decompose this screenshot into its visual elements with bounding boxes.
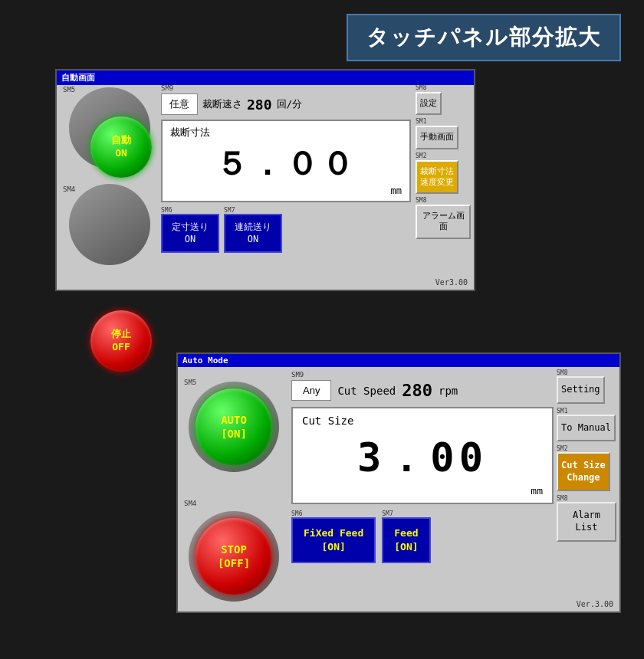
bottom-sm8-wrapper: SM8 Setting [557, 369, 616, 404]
top-sm4-label: SM4 [63, 185, 75, 193]
bottom-cut-size-label: Cut Size [302, 415, 543, 427]
bottom-sm9-label: SM9 [291, 371, 554, 379]
bottom-sm8b-wrapper: SM8 Alarm List [557, 495, 616, 541]
top-cut-size-label: 裁断寸法 [170, 126, 402, 139]
bottom-cont-feed-button[interactable]: Feed [ON] [382, 517, 430, 563]
top-sm7-wrapper: SM7 連続送り ON [224, 207, 282, 253]
bottom-sm2-wrapper: SM2 Cut SizeChange [557, 445, 616, 491]
top-stop-button[interactable]: 停止 OFF [90, 310, 152, 372]
top-auto-outer: 自動 ON [69, 87, 150, 169]
bottom-stop-outer: STOP [OFF] [189, 511, 279, 602]
top-sm7-label: SM7 [224, 207, 282, 214]
top-speed-unit: 回/分 [277, 97, 303, 111]
bottom-sm4-label: SM4 [184, 500, 196, 507]
bottom-sm6-label: SM6 [291, 510, 376, 517]
top-setting-button[interactable]: 設定 [416, 92, 442, 115]
bottom-right-sidebar: SM8 Setting SM1 To Manual SM2 Cut SizeCh… [557, 369, 616, 542]
top-cut-size-mm: mm [170, 185, 402, 196]
top-sm1-wrapper: SM1 手動画面 [416, 118, 471, 149]
bottom-fixed-feed-button[interactable]: FiXed Feed [ON] [291, 517, 376, 563]
top-any-button[interactable]: 任意 [161, 93, 198, 115]
bottom-panel-titlebar: Auto Mode [178, 354, 619, 367]
bottom-auto-outer: AUTO [ON] [189, 382, 279, 472]
top-sm8b-label: SM8 [416, 197, 471, 204]
top-sm6-label: SM6 [161, 207, 219, 214]
bottom-cut-speed-label: Cut Speed [337, 385, 396, 397]
top-speed-value: 280 [247, 97, 272, 113]
bottom-sm8-label: SM8 [557, 369, 616, 376]
bottom-speed-value: 280 [402, 381, 432, 400]
top-sm2-wrapper: SM2 裁断寸法速度変更 [416, 152, 471, 195]
top-right-area: SM9 任意 裁断速さ 280 回/分 裁断寸法 ５．００ mm SM6 定寸送… [161, 84, 411, 253]
bottom-sm7-wrapper: SM7 Feed [ON] [382, 510, 430, 563]
bottom-auto-button[interactable]: AUTO [ON] [196, 389, 272, 465]
top-auto-button[interactable]: 自動 ON [90, 116, 152, 178]
top-cut-speed-label: 裁断速さ [202, 97, 242, 111]
bottom-sm2-label: SM2 [557, 445, 616, 452]
bottom-speed-row: Any Cut Speed 280 rpm [291, 380, 554, 401]
top-panel: 自動画面 SM5 SM4 自動 ON 停止 OFF SM9 任意 裁断速さ 28… [55, 69, 475, 291]
bottom-any-button[interactable]: Any [291, 380, 331, 401]
bottom-stop-button[interactable]: STOP [OFF] [196, 518, 272, 595]
bottom-cut-size-value: 3．00 [302, 431, 543, 485]
top-stop-outer: 停止 OFF [69, 184, 150, 265]
top-cut-size-button[interactable]: 裁断寸法速度変更 [416, 160, 458, 195]
bottom-sm5-label: SM5 [184, 379, 196, 386]
bottom-sm7-label: SM7 [382, 510, 430, 517]
top-cut-size-box: 裁断寸法 ５．００ mm [161, 120, 411, 202]
title-banner: タッチパネル部分拡大 [347, 14, 621, 61]
top-version: Ver3.00 [435, 278, 468, 287]
bottom-cut-size-mm: mm [302, 485, 543, 497]
top-sm6-wrapper: SM6 定寸送り ON [161, 207, 219, 253]
top-sm8-label: SM8 [416, 84, 471, 91]
bottom-sm6-wrapper: SM6 FiXed Feed [ON] [291, 510, 376, 563]
bottom-setting-button[interactable]: Setting [557, 376, 605, 404]
top-right-sidebar: SM8 設定 SM1 手動画面 SM2 裁断寸法速度変更 SM8 アラーム画面 [416, 84, 471, 239]
title-text: タッチパネル部分拡大 [366, 25, 601, 50]
top-alarm-button[interactable]: アラーム画面 [416, 205, 471, 239]
bottom-alarm-button[interactable]: Alarm List [557, 502, 616, 541]
bottom-speed-unit: rpm [439, 385, 458, 397]
top-cont-feed-button[interactable]: 連続送り ON [224, 214, 282, 253]
top-sm2-label: SM2 [416, 152, 471, 159]
bottom-feed-buttons-row: SM6 FiXed Feed [ON] SM7 Feed [ON] [291, 510, 554, 563]
top-feed-buttons-row: SM6 定寸送り ON SM7 連続送り ON [161, 207, 411, 253]
bottom-version: Ver.3.00 [577, 600, 613, 608]
bottom-right-area: SM9 Any Cut Speed 280 rpm Cut Size 3．00 … [291, 371, 554, 563]
top-speed-row: 任意 裁断速さ 280 回/分 [161, 93, 411, 115]
bottom-cut-size-button[interactable]: Cut SizeChange [557, 452, 610, 491]
bottom-panel: Auto Mode SM5 SM4 AUTO [ON] STOP [OFF] S… [176, 352, 621, 613]
top-cut-size-value: ５．００ [170, 143, 402, 185]
bottom-manual-button[interactable]: To Manual [557, 415, 616, 442]
top-sm8b-wrapper: SM8 アラーム画面 [416, 197, 471, 239]
top-sm5-label: SM5 [63, 86, 75, 93]
bottom-cut-size-box: Cut Size 3．00 mm [291, 407, 554, 504]
top-sm9-label: SM9 [161, 84, 411, 92]
top-panel-titlebar: 自動画面 [57, 70, 474, 85]
bottom-sm1-label: SM1 [557, 408, 616, 415]
top-sm8-wrapper: SM8 設定 [416, 84, 471, 115]
bottom-sm1-wrapper: SM1 To Manual [557, 408, 616, 442]
top-manual-button[interactable]: 手動画面 [416, 126, 458, 149]
bottom-sm8b-label: SM8 [557, 495, 616, 502]
top-fixed-feed-button[interactable]: 定寸送り ON [161, 214, 219, 253]
top-sm1-label: SM1 [416, 118, 471, 125]
